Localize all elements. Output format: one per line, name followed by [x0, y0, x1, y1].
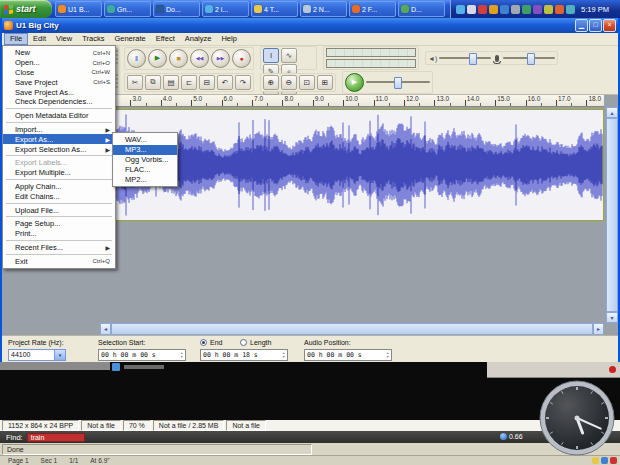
messenger-tray-icon[interactable]	[456, 5, 465, 14]
clock-gadget[interactable]	[538, 379, 616, 457]
export-submenu-item[interactable]: MP3...	[113, 145, 177, 155]
file-menu-item[interactable]: Import...▶	[3, 125, 115, 135]
network-tray-icon[interactable]	[500, 5, 509, 14]
close-button[interactable]: ×	[603, 19, 616, 32]
spinner[interactable]: ▴▾	[387, 351, 389, 359]
taskbar-window-button[interactable]: D...	[398, 1, 445, 17]
sync-tray-icon[interactable]	[566, 5, 575, 14]
taskbar-window-button[interactable]: U1 B...	[55, 1, 102, 17]
skip-to-end-button[interactable]: ▶▶	[211, 49, 230, 68]
file-menu-item[interactable]: Export Selection As...▶	[3, 144, 115, 154]
combo-arrow-icon[interactable]: ▾	[54, 350, 65, 360]
input-volume-thumb[interactable]	[527, 53, 535, 65]
update-tray-icon[interactable]	[489, 5, 498, 14]
end-radio[interactable]	[200, 339, 207, 346]
file-menu-item[interactable]: NewCtrl+N	[3, 48, 115, 58]
volume-tray-icon[interactable]	[467, 5, 476, 14]
taskbar-window-button[interactable]: Do...	[153, 1, 200, 17]
fit-selection-button[interactable]: ⊡	[299, 75, 315, 90]
export-submenu-item[interactable]: WAV...	[113, 135, 177, 145]
export-submenu-item[interactable]: MP2...	[113, 174, 177, 184]
spinner[interactable]: ▴▾	[283, 351, 285, 359]
taskbar-window-button[interactable]: Gn...	[104, 1, 151, 17]
taskbar-window-button[interactable]: 2 N...	[300, 1, 347, 17]
language-bar-icon[interactable]	[592, 457, 599, 464]
scroll-right-icon[interactable]: ▸	[593, 323, 604, 335]
file-menu-item[interactable]: Open Metadata Editor	[3, 111, 115, 121]
output-volume-thumb[interactable]	[469, 53, 477, 65]
input-volume-slider[interactable]	[503, 53, 555, 63]
file-menu-item[interactable]: Save Project As...	[3, 87, 115, 97]
envelope-tool-button[interactable]: ∿	[281, 48, 297, 63]
firewall-tray-icon[interactable]	[555, 5, 564, 14]
security-alert-icon[interactable]	[610, 457, 617, 464]
network-status-icon[interactable]	[601, 457, 608, 464]
file-menu-item[interactable]: Upload File...	[3, 205, 115, 215]
zoom-in-button[interactable]: ⊕	[263, 75, 279, 90]
file-menu-item[interactable]: ExitCtrl+Q	[3, 256, 115, 266]
export-submenu-item[interactable]: FLAC...	[113, 164, 177, 174]
minimize-button[interactable]: ▁	[575, 19, 588, 32]
skip-to-start-button[interactable]: ◀◀	[190, 49, 209, 68]
silence-button[interactable]: ⊟	[199, 75, 215, 90]
selection-start-field[interactable]: 00 h 00 m 00 s ▴▾	[98, 349, 186, 361]
zoom-out-button[interactable]: ⊖	[281, 75, 297, 90]
audio-position-field[interactable]: 00 h 00 m 00 s ▴▾	[304, 349, 392, 361]
scroll-left-icon[interactable]: ◂	[100, 323, 111, 335]
file-menu-item[interactable]: Export As...▶	[3, 134, 115, 144]
spin-down-icon[interactable]: ▾	[387, 355, 389, 359]
length-radio[interactable]	[240, 339, 247, 346]
project-rate-select[interactable]: 44100 ▾	[8, 349, 66, 361]
record-button[interactable]: ●	[232, 49, 251, 68]
file-menu-item[interactable]: Export Labels...	[3, 158, 115, 168]
file-menu-item[interactable]: Open...Ctrl+O	[3, 58, 115, 68]
file-menu-item[interactable]: Apply Chain...	[3, 182, 115, 192]
fit-project-button[interactable]: ⊞	[317, 75, 333, 90]
undo-button[interactable]: ↶	[217, 75, 233, 90]
spinner[interactable]: ▴▾	[181, 351, 183, 359]
scheduler-tray-icon[interactable]	[533, 5, 542, 14]
taskbar-clock[interactable]: 5:19 PM	[581, 5, 609, 14]
cut-button[interactable]: ✂	[127, 75, 143, 90]
find-input[interactable]: train	[27, 433, 85, 442]
file-menu-item[interactable]: Print...	[3, 229, 115, 239]
spin-down-icon[interactable]: ▾	[283, 355, 285, 359]
export-submenu-item[interactable]: Ogg Vorbis...	[113, 155, 177, 165]
paste-button[interactable]: ▤	[163, 75, 179, 90]
menu-edit[interactable]: Edit	[28, 33, 51, 45]
vertical-scrollbar[interactable]: ▴ ▾	[606, 107, 618, 323]
file-menu-item[interactable]: Export Multiple...	[3, 168, 115, 178]
usb-tray-icon[interactable]	[511, 5, 520, 14]
spin-down-icon[interactable]: ▾	[181, 355, 183, 359]
graphics-tray-icon[interactable]	[522, 5, 531, 14]
redo-button[interactable]: ↷	[235, 75, 251, 90]
taskbar-window-button[interactable]: 2 i...	[202, 1, 249, 17]
taskbar-window-button[interactable]: 4 T...	[251, 1, 298, 17]
start-button[interactable]: start	[0, 0, 52, 18]
vertical-scrollbar-thumb[interactable]	[606, 118, 618, 312]
selection-tool-button[interactable]: I	[263, 48, 279, 63]
file-menu-item[interactable]: Save ProjectCtrl+S	[3, 77, 115, 87]
antivirus-tray-icon[interactable]	[478, 5, 487, 14]
menu-effect[interactable]: Effect	[151, 33, 180, 45]
file-menu-item[interactable]: Recent Files...▶	[3, 243, 115, 253]
menu-help[interactable]: Help	[216, 33, 241, 45]
file-menu-item[interactable]: Page Setup...	[3, 219, 115, 229]
taskbar-window-button[interactable]: 2 F...	[349, 1, 396, 17]
pause-button[interactable]: ‖	[127, 49, 146, 68]
stop-button[interactable]: ■	[169, 49, 188, 68]
file-menu-item[interactable]: Edit Chains...	[3, 191, 115, 201]
menu-analyze[interactable]: Analyze	[180, 33, 217, 45]
file-menu-item[interactable]: Check Dependencies...	[3, 97, 115, 107]
playback-speed-slider[interactable]	[366, 77, 430, 87]
trim-button[interactable]: ⊏	[181, 75, 197, 90]
menu-view[interactable]: View	[51, 33, 77, 45]
menu-generate[interactable]: Generate	[109, 33, 150, 45]
title-bar[interactable]: U1 Big City ▁ □ ×	[2, 18, 618, 33]
menu-file[interactable]: File	[4, 33, 28, 45]
horizontal-scrollbar-thumb[interactable]	[111, 323, 593, 335]
copy-button[interactable]: ⧉	[145, 75, 161, 90]
menu-tracks[interactable]: Tracks	[77, 33, 109, 45]
power-tray-icon[interactable]	[544, 5, 553, 14]
timeline-ruler[interactable]: 2.03.04.05.06.07.08.09.010.011.012.013.0…	[100, 95, 604, 107]
